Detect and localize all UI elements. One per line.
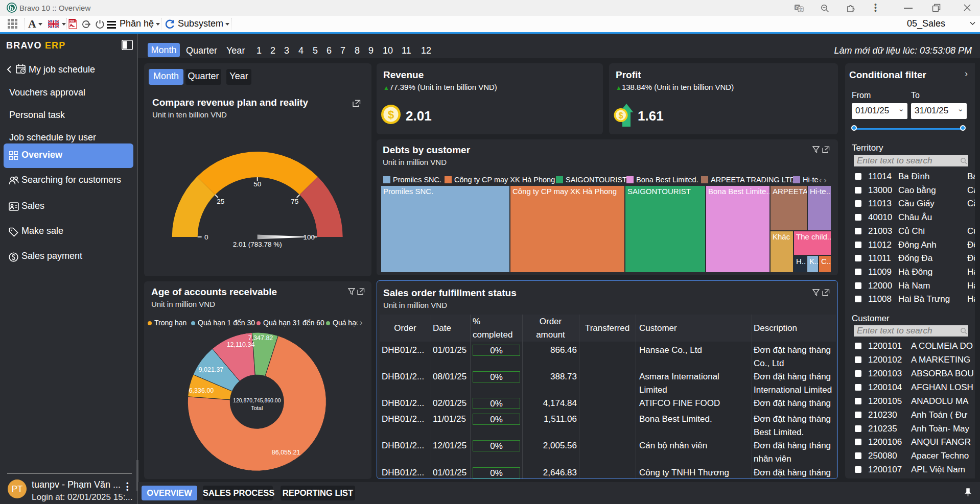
svg-text:6,336.00: 6,336.00 <box>189 387 214 394</box>
svg-text:12,110.34: 12,110.34 <box>227 341 255 348</box>
svg-text:7,347.82: 7,347.82 <box>248 334 273 342</box>
svg-text:$: $ <box>388 108 394 121</box>
svg-text:2.01 (783.78 %): 2.01 (783.78 %) <box>233 241 282 248</box>
svg-text:文: 文 <box>799 7 803 12</box>
svg-text:100: 100 <box>303 233 315 241</box>
svg-text:PDF: PDF <box>69 19 75 22</box>
svg-text:9,021.37: 9,021.37 <box>199 366 224 373</box>
svg-text:75: 75 <box>291 198 298 205</box>
svg-text:Total: Total <box>251 405 263 411</box>
svg-text:120,870,745,860.00: 120,870,745,860.00 <box>233 397 281 403</box>
svg-text:$: $ <box>619 111 623 120</box>
svg-text:b: b <box>10 4 13 12</box>
svg-text:50: 50 <box>253 180 261 188</box>
svg-text:86,055.21: 86,055.21 <box>272 449 300 456</box>
svg-text:25: 25 <box>217 198 224 205</box>
svg-text:0: 0 <box>204 233 208 241</box>
